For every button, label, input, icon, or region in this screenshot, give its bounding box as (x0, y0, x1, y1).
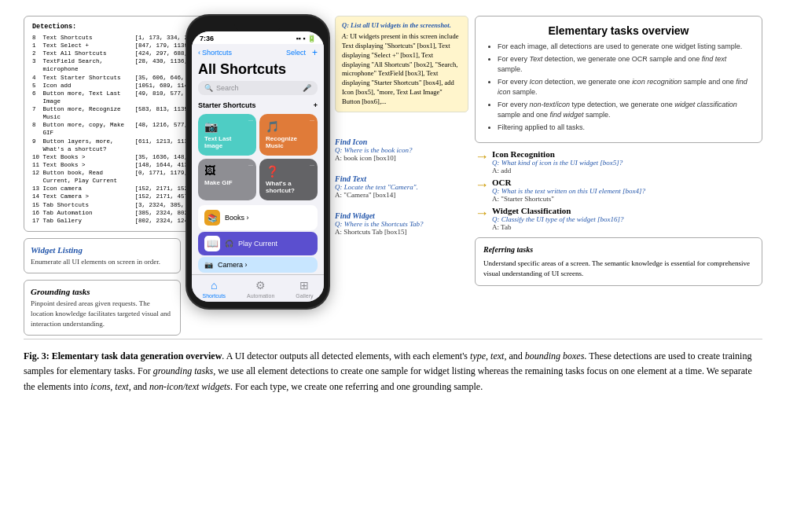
detections-lines: 8 Text Shortcuts [1, 173, 334, 282] 1 Te… (32, 34, 204, 225)
wl-q: Q: List all UI widgets in the screenshot… (342, 21, 461, 31)
icon-rec-q: Q: What kind of icon is the UI widget [b… (492, 159, 623, 167)
caption-italic-bbox: bounding boxes (525, 350, 585, 361)
find-text-a: A: "Camera" [box14] (335, 191, 468, 199)
tile-text-last-image[interactable]: 📷 Text Last Image ··· (198, 114, 256, 156)
grounding-title: Grounding tasks (31, 287, 174, 296)
camera-icon: 📷 (204, 261, 213, 269)
tile-more-3[interactable]: ··· (248, 162, 253, 169)
figure-caption: Fig. 3: Elementary task data generation … (24, 339, 762, 394)
section-add-icon[interactable]: + (314, 101, 318, 109)
center-column: 7:36 ▪▪ ▪ 🔋 ‹ Shortcuts Select + (187, 16, 329, 308)
tab-gallery-label: Gallery (296, 293, 313, 299)
camera-list-item[interactable]: 📷 Camera › (198, 257, 318, 273)
tile-make-gif[interactable]: 🖼 Make GIF ··· (198, 159, 256, 200)
wl-q-label: Q: List all UI widgets in the screenshot… (342, 21, 451, 29)
ocr-qa: OCR Q: What is the text written on this … (492, 178, 645, 203)
find-icon-qa: Find Icon Q: Where is the book icon? A: … (335, 138, 468, 162)
phone-time: 7:36 (200, 35, 214, 42)
arrow-ocr: → (475, 178, 489, 192)
shortcuts-grid: 📷 Text Last Image ··· 🎵 Recognize Music … (192, 111, 324, 204)
phone-back-button[interactable]: ‹ Shortcuts (198, 49, 232, 57)
tile-icon-gif: 🖼 (204, 165, 250, 178)
caption-italic-text: text (490, 350, 504, 361)
caption-italic-text2: text (115, 381, 128, 392)
tile-label-whats-shortcut: What's a shortcut? (266, 180, 311, 194)
books-list-item[interactable]: 📚 Books › (198, 205, 318, 230)
tab-automation-icon: ⚙ (254, 278, 268, 292)
tile-icon-music: 🎵 (266, 120, 311, 134)
add-button[interactable]: + (312, 47, 318, 58)
search-icon: 🔍 (204, 84, 213, 92)
tile-more-1[interactable]: ··· (248, 117, 253, 124)
caption-italic-grounding: grounding tasks (153, 365, 214, 376)
phone-search[interactable]: 🔍 Search 🎤 (198, 81, 318, 95)
tile-more-4[interactable]: ··· (310, 162, 314, 169)
widget-class-qa: Widget Classification Q: Classify the UI… (492, 206, 623, 231)
tile-label-make-gif: Make GIF (204, 179, 250, 186)
find-widget-q: Q: Where is the Shortcuts Tab? (335, 220, 468, 228)
icon-recognition-qa: Icon Recognition Q: What kind of icon is… (492, 149, 623, 174)
ocr-title: OCR (492, 178, 645, 187)
find-icon-a: A: book icon [box10] (335, 154, 468, 162)
caption-rest3: . For each type, we create one referring… (230, 381, 483, 392)
caption-fig-label: Fig. 3: (24, 350, 50, 361)
tab-gallery-icon: ⊞ (297, 278, 311, 292)
widget-class-row: → Widget Classification Q: Classify the … (475, 206, 762, 231)
main-container: Detections: 8 Text Shortcuts [1, 173, 33… (0, 0, 786, 410)
widget-listing-title: Widget Listing (31, 245, 174, 255)
ocr-row: → OCR Q: What is the text written on thi… (475, 178, 762, 203)
tile-recognize-music[interactable]: 🎵 Recognize Music ··· (259, 114, 318, 156)
arrow-widget-class: → (475, 206, 489, 220)
books-icon: 📚 (204, 210, 220, 226)
caption-comma2: , and (504, 350, 524, 361)
middle-column: Q: List all UI widgets in the screenshot… (335, 16, 468, 240)
search-placeholder: Search (216, 84, 239, 92)
find-text-qa: Find Text Q: Locate the text "Camera". A… (335, 174, 468, 199)
tile-label-recognize-music: Recognize Music (266, 135, 311, 149)
tile-icon-camera: 📷 (204, 120, 250, 134)
phone-screen: 7:36 ▪▪ ▪ 🔋 ‹ Shortcuts Select + (192, 31, 324, 302)
back-chevron: ‹ (198, 49, 200, 57)
tab-automation[interactable]: ⚙ Automation (247, 278, 274, 299)
widget-class-title: Widget Classification (492, 206, 623, 215)
tile-icon-question: ❓ (266, 165, 311, 178)
find-icon-label: Find Icon (335, 138, 468, 146)
headphones-icon: 🎧 (225, 240, 233, 248)
tile-more-2[interactable]: ··· (310, 117, 314, 124)
phone-icons: ▪▪ ▪ 🔋 (296, 35, 316, 42)
caption-text-1: . A UI detector outputs all detected ele… (222, 350, 470, 361)
caption-bold-text: Elementary task data generation overview (52, 350, 222, 361)
referring-title: Referring tasks (483, 244, 754, 256)
find-widget-a: A: Shortcuts Tab [box15] (335, 228, 468, 236)
overview-bullet-3: For every Icon detection, we generate on… (498, 77, 752, 98)
icon-recognition-row: → Icon Recognition Q: What kind of icon … (475, 149, 762, 174)
right-column: Elementary tasks overview For each image… (475, 16, 762, 286)
detections-panel: Detections: 8 Text Shortcuts [1, 173, 33… (24, 16, 212, 232)
tile-label-text-last-image: Text Last Image (204, 135, 250, 149)
phone-tab-bar: ⌂ Shortcuts ⚙ Automation ⊞ Gallery (192, 274, 324, 302)
phone-status-bar: 7:36 ▪▪ ▪ 🔋 (192, 31, 324, 44)
caption-italic-type: type (470, 350, 486, 361)
widget-listing-qa: Q: List all UI widgets in the screenshot… (335, 16, 468, 112)
play-current-bar[interactable]: 📖 🎧 Play Current (198, 232, 318, 255)
widget-listing-desc: Enumerate all UI elements on screen in o… (31, 257, 174, 267)
overview-bullet-5: Filtering applied to all tasks. (498, 123, 752, 134)
tile-whats-shortcut[interactable]: ❓ What's a shortcut? ··· (259, 159, 318, 200)
overview-list: For each image, all detections are used … (485, 42, 752, 133)
select-button[interactable]: Select (286, 49, 306, 57)
mic-icon: 🎤 (303, 84, 311, 92)
find-widget-qa: Find Widget Q: Where is the Shortcuts Ta… (335, 211, 468, 236)
tab-gallery[interactable]: ⊞ Gallery (296, 278, 313, 299)
phone-nav-bar: ‹ Shortcuts Select + (192, 44, 324, 61)
tab-shortcuts[interactable]: ⌂ Shortcuts (202, 278, 226, 299)
tab-shortcuts-label: Shortcuts (202, 293, 226, 299)
back-label: Shortcuts (202, 49, 232, 57)
overview-bullet-1: For each image, all detections are used … (498, 42, 752, 53)
caption-comma4: , and (129, 381, 149, 392)
find-text-label: Find Text (335, 174, 468, 183)
phone-notch (234, 22, 281, 31)
caption-italic-icons: icons (90, 381, 110, 392)
tab-shortcuts-icon: ⌂ (207, 278, 221, 292)
left-column: Detections: 8 Text Shortcuts [1, 173, 33… (24, 16, 181, 336)
section-header-text: Starter Shortcuts (198, 101, 256, 109)
